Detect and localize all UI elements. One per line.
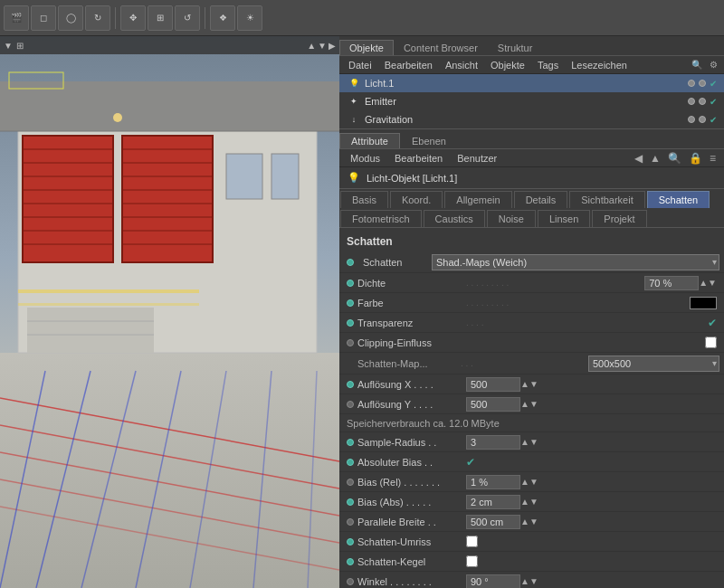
bias-rel-down[interactable]: ▼ — [529, 477, 538, 487]
clipping-checkbox[interactable] — [705, 337, 717, 348]
prop-tab-details[interactable]: Details — [514, 191, 568, 208]
lock-btn[interactable]: 🔒 — [686, 152, 705, 165]
arrow-up-btn[interactable]: ▲ — [647, 152, 663, 165]
prop-row-umriss: Schatten-Umriss — [339, 532, 724, 552]
schatten-dot — [347, 259, 354, 266]
aufl-y-down[interactable]: ▼ — [529, 399, 538, 409]
parallel-down[interactable]: ▼ — [529, 517, 538, 526]
bias-abs-down[interactable]: ▼ — [529, 497, 538, 507]
vp-arrow-right[interactable]: ▶ — [329, 41, 336, 51]
toolbar-icon-cube[interactable]: ◻ — [31, 5, 56, 31]
sample-down[interactable]: ▼ — [529, 437, 538, 447]
svg-rect-26 — [18, 289, 199, 293]
farbe-color-box[interactable] — [690, 297, 717, 309]
speicher-info-label: Speicherverbrauch ca. 12.0 MByte — [347, 418, 500, 429]
aufl-y-up[interactable]: ▲ — [520, 399, 529, 409]
prop-tab-projekt[interactable]: Projekt — [592, 210, 646, 227]
menu-lesezeichen[interactable]: Lesezeichen — [566, 59, 633, 71]
svg-line-39 — [136, 371, 181, 588]
parallel-up[interactable]: ▲ — [520, 517, 529, 526]
toolbar-icon-scale[interactable]: ⊞ — [148, 5, 173, 31]
attr-menu-bearbeiten[interactable]: Bearbeiten — [389, 152, 448, 165]
viewport-background — [0, 36, 339, 588]
tab-objekte[interactable]: Objekte — [339, 40, 394, 55]
toolbar-icon-shapes[interactable]: ❖ — [210, 5, 235, 31]
obj-item-licht[interactable]: 💡 Licht.1 ✔ — [339, 74, 724, 92]
clipping-dot — [347, 339, 354, 346]
vp-arrow-down[interactable]: ▼ — [318, 41, 327, 51]
sample-input[interactable] — [466, 435, 520, 450]
prop-tab-schatten[interactable]: Schatten — [647, 191, 710, 208]
prop-tab-allgemein[interactable]: Allgemein — [444, 191, 511, 208]
tab-attribute[interactable]: Attribute — [339, 133, 400, 148]
winkel-down[interactable]: ▼ — [529, 576, 538, 586]
toolbar-icon-move[interactable]: ✥ — [120, 5, 146, 31]
winkel-input[interactable] — [466, 574, 520, 589]
menu-objekte[interactable]: Objekte — [485, 59, 530, 71]
prop-tab-linsen[interactable]: Linsen — [538, 210, 590, 227]
tab-struktur[interactable]: Struktur — [488, 40, 543, 55]
aufl-x-dot — [347, 381, 354, 388]
toolbar-icon-circle[interactable]: ◯ — [58, 5, 83, 31]
dichte-spinner-down[interactable]: ▼ — [708, 278, 717, 288]
bias-abs-up[interactable]: ▲ — [520, 497, 529, 507]
obj-item-gravitation[interactable]: ↓ Gravitation ✔ — [339, 110, 724, 128]
menu-ansicht[interactable]: Ansicht — [440, 59, 483, 71]
abs-bias-check[interactable]: ✔ — [466, 456, 475, 469]
tab-ebenen[interactable]: Ebenen — [400, 133, 458, 148]
menu-datei[interactable]: Datei — [343, 59, 377, 71]
vp-menu-btn[interactable]: ▼ — [4, 41, 13, 51]
map-select[interactable]: 500x500 1000x1000 2000x2000 256x256 — [588, 356, 719, 372]
viewport[interactable]: ▼ ⊞ ▲ ▼ ▶ — [0, 36, 339, 588]
schatten-dropdown-select[interactable]: Shad.-Maps (Weich) Raytraced (Hart) Fläc… — [432, 254, 719, 270]
obj-dot2-gravitation — [699, 116, 706, 123]
prop-tab-fotometrisch[interactable]: Fotometrisch — [340, 210, 422, 227]
prop-tab-caustics[interactable]: Caustics — [424, 210, 485, 227]
more-btn[interactable]: ≡ — [707, 152, 719, 165]
parallel-input[interactable] — [466, 515, 520, 529]
umriss-checkbox[interactable] — [466, 536, 478, 547]
dichte-spinner-up[interactable]: ▲ — [699, 278, 708, 288]
prop-row-parallel: Parallele Breite . . ▲ ▼ — [339, 512, 724, 532]
sample-up[interactable]: ▲ — [520, 437, 529, 447]
kegel-dot — [347, 558, 354, 565]
toolbar-sep2 — [205, 7, 205, 29]
obj-check-gravitation: ✔ — [710, 115, 717, 125]
dichte-input[interactable] — [644, 276, 699, 290]
svg-line-38 — [81, 371, 136, 588]
attr-menu-modus[interactable]: Modus — [345, 152, 386, 165]
menu-bearbeiten[interactable]: Bearbeiten — [379, 59, 438, 71]
toolbar-icon-arrow[interactable]: ↻ — [85, 5, 110, 31]
bias-rel-up[interactable]: ▲ — [520, 477, 529, 487]
obj-item-emitter[interactable]: ✦ Emitter ✔ — [339, 92, 724, 110]
bias-rel-input[interactable] — [466, 475, 520, 489]
obj-label-gravitation: Gravitation — [365, 114, 684, 125]
menu-tags[interactable]: Tags — [532, 59, 564, 71]
menu-icon-settings[interactable]: ⚙ — [707, 59, 720, 71]
vp-arrow-up[interactable]: ▲ — [307, 41, 316, 51]
bias-abs-input[interactable] — [466, 495, 520, 509]
search-btn[interactable]: 🔍 — [665, 152, 684, 165]
tab-content-browser[interactable]: Content Browser — [394, 40, 488, 55]
toolbar-icon-film[interactable]: 🎬 — [4, 5, 29, 31]
prop-tab-koord[interactable]: Koord. — [390, 191, 443, 208]
winkel-up[interactable]: ▲ — [520, 576, 529, 586]
transparenz-check[interactable]: ✔ — [708, 317, 717, 329]
menu-icon-search[interactable]: 🔍 — [689, 59, 705, 71]
vp-perspective-btn[interactable]: ⊞ — [16, 41, 24, 51]
toolbar-icon-light[interactable]: ☀ — [237, 5, 262, 31]
arrow-left-btn[interactable]: ◀ — [632, 152, 645, 165]
attr-menu-benutzer[interactable]: Benutzer — [452, 152, 502, 165]
prop-tab-basis[interactable]: Basis — [340, 191, 388, 208]
kegel-checkbox[interactable] — [466, 555, 478, 567]
aufl-y-input[interactable] — [466, 397, 520, 412]
prop-tab-sichtbarkeit[interactable]: Sichtbarkeit — [569, 191, 644, 208]
aufl-x-input[interactable] — [466, 377, 520, 392]
object-title-bar: 💡 Licht-Objekt [Licht.1] — [339, 167, 724, 189]
svg-rect-5 — [23, 136, 113, 262]
toolbar-icon-rotate[interactable]: ↺ — [175, 5, 200, 31]
aufl-x-up[interactable]: ▲ — [520, 379, 529, 389]
prop-tab-noise[interactable]: Noise — [487, 210, 536, 227]
aufl-x-down[interactable]: ▼ — [529, 379, 538, 389]
svg-rect-2 — [18, 100, 317, 353]
